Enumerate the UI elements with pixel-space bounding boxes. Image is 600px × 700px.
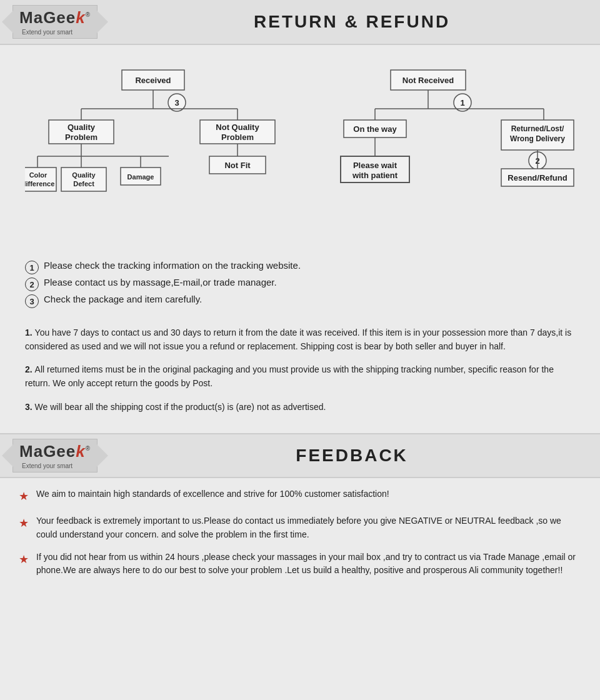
star-icon-3: ★ [19,551,31,569]
feedback-item-3: ★ If you did not hear from us within 24 … [19,551,581,578]
terms-text-2: All returned items must be in the origin… [25,364,554,388]
numbered-item-2: 2 Please contact us by massage,E-mail,or… [25,277,575,291]
circle-num-3: 3 [25,294,39,308]
svg-text:Returned/Lost/: Returned/Lost/ [511,124,564,133]
flowchart-svg: Received 3 Quality Problem [19,58,581,248]
terms-text-1: You have 7 days to contact us and 30 day… [25,328,571,351]
svg-text:Resend/Refund: Resend/Refund [508,173,567,182]
svg-text:Received: Received [135,76,171,85]
svg-text:Problem: Problem [65,132,98,142]
feedback-text-1: We aim to maintain high standards of exc… [36,488,389,501]
svg-text:Quality: Quality [68,122,96,132]
svg-text:Quality: Quality [72,171,96,179]
terms-num-2: 2. [25,364,35,374]
terms-section: 1. You have 7 days to contact us and 30 … [0,317,600,433]
svg-text:Please wait: Please wait [353,161,398,170]
feedback-content: ★ We aim to maintain high standards of e… [0,478,600,596]
terms-num-1: 1. [25,328,35,338]
circle-num-2: 2 [25,278,39,291]
svg-text:difference: difference [25,180,54,188]
svg-text:On the way: On the way [353,124,397,134]
svg-text:Color: Color [29,171,48,179]
feedback-section: MaGeek® Extend your smart FEEDBACK ★ We … [0,433,600,596]
feedback-logo-arrow-left [2,444,13,467]
terms-item-3: 3. We will bear all the shipping cost if… [25,401,575,414]
logo-arrow-left [2,11,13,33]
feedback-title: FEEDBACK [116,446,588,466]
svg-text:Wrong Delivery: Wrong Delivery [510,134,565,143]
svg-text:1: 1 [460,98,464,108]
logo-arrow-right [97,11,108,33]
return-refund-header: MaGeek® Extend your smart RETURN & REFUN… [0,0,600,45]
flowchart-section: Received 3 Quality Problem [0,45,600,254]
svg-text:Not Fit: Not Fit [224,161,251,170]
logo-area: MaGeek® Extend your smart [12,5,98,39]
svg-text:Problem: Problem [221,132,254,142]
svg-text:Not Quality: Not Quality [216,122,259,132]
numbered-item-3-text: Check the package and item carefully. [44,294,202,304]
numbered-list-section: 1 Please check the tracking information … [0,254,600,317]
star-icon-1: ★ [19,488,31,506]
svg-text:Damage: Damage [128,173,154,181]
return-refund-title: RETURN & REFUND [116,12,588,32]
star-icon-2: ★ [19,515,31,532]
numbered-item-1-text: Please check the tracking information on… [44,260,301,271]
trademark: ® [86,11,91,18]
feedback-logo-subtitle: Extend your smart [19,462,72,469]
feedback-logo-text: MaGeek® [19,442,91,461]
feedback-header: MaGeek® Extend your smart FEEDBACK [0,433,600,478]
feedback-logo-badge: MaGeek® Extend your smart [12,439,98,472]
logo-text: MaGeek® [19,8,91,28]
numbered-item-3: 3 Check the package and item carefully. [25,294,575,308]
feedback-text-3: If you did not hear from us within 24 ho… [36,551,581,578]
circle-num-1: 1 [25,261,39,274]
terms-num-3: 3. [25,402,35,412]
svg-text:Not  Received: Not Received [402,76,454,85]
feedback-text-2: Your feedback is extremely important to … [36,514,581,541]
logo-subtitle: Extend your smart [19,29,72,36]
feedback-logo-area: MaGeek® Extend your smart [12,439,98,472]
svg-text:3: 3 [174,98,179,108]
numbered-item-2-text: Please contact us by massage,E-mail,or t… [44,277,277,288]
logo-badge: MaGeek® Extend your smart [12,5,98,39]
feedback-logo-arrow-right [97,444,108,467]
numbered-item-1: 1 Please check the tracking information … [25,260,575,274]
feedback-trademark: ® [86,446,91,452]
feedback-item-1: ★ We aim to maintain high standards of e… [19,488,581,506]
svg-text:Defect: Defect [73,180,94,188]
page: MaGeek® Extend your smart RETURN & REFUN… [0,0,600,700]
terms-item-1: 1. You have 7 days to contact us and 30 … [25,326,575,353]
terms-item-2: 2. All returned items must be in the ori… [25,363,575,390]
feedback-item-2: ★ Your feedback is extremely important t… [19,514,581,541]
svg-text:with patient: with patient [352,171,398,180]
terms-text-3: We will bear all the shipping cost if th… [35,402,326,412]
